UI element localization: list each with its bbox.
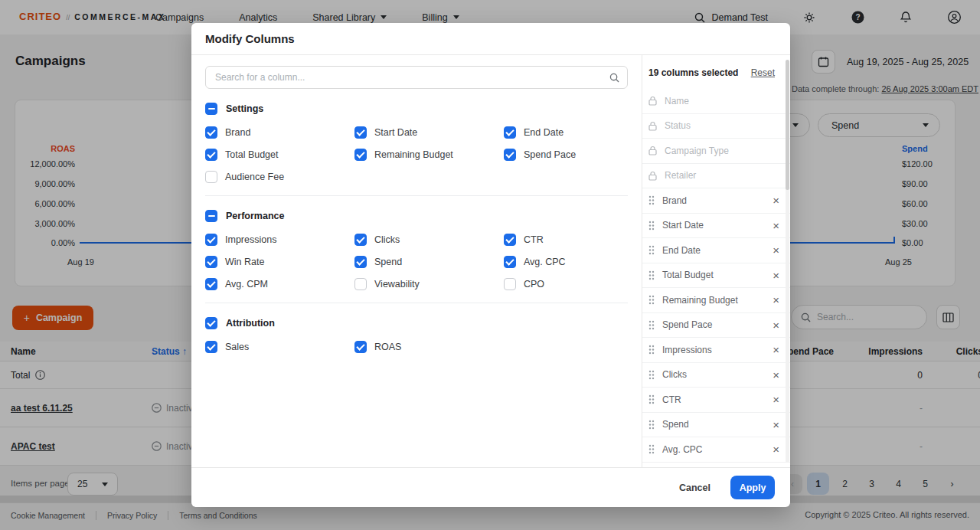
- panel-scrollbar[interactable]: [786, 60, 789, 463]
- drag-handle-icon[interactable]: [648, 295, 655, 305]
- column-option-spend[interactable]: Spend: [354, 256, 504, 268]
- checkbox[interactable]: [205, 341, 217, 353]
- checkbox[interactable]: [354, 149, 367, 161]
- column-option-total-budget[interactable]: Total Budget: [205, 149, 354, 161]
- ordered-column-row[interactable]: CTR×: [642, 388, 790, 413]
- cancel-button[interactable]: Cancel: [679, 483, 710, 493]
- modal-title: Modify Columns: [205, 32, 295, 45]
- column-option-sales[interactable]: Sales: [205, 341, 354, 353]
- search-icon: [609, 73, 619, 83]
- checkbox[interactable]: [504, 126, 516, 139]
- remove-column-icon[interactable]: ×: [773, 244, 779, 256]
- column-option-cpo[interactable]: CPO: [504, 278, 628, 290]
- group-checkbox[interactable]: [205, 317, 217, 329]
- remove-column-icon[interactable]: ×: [773, 270, 779, 281]
- ordered-column-row[interactable]: Clicks×: [642, 363, 790, 388]
- ordered-column-row[interactable]: Impressions×: [642, 338, 790, 363]
- locked-column-row: Name: [642, 89, 790, 114]
- lock-icon: [648, 96, 657, 106]
- drag-handle-icon[interactable]: [648, 345, 655, 355]
- drag-handle-icon[interactable]: [648, 245, 655, 255]
- remove-column-icon[interactable]: ×: [773, 419, 779, 430]
- drag-handle-icon[interactable]: [648, 270, 655, 280]
- column-option-clicks[interactable]: Clicks: [354, 234, 504, 246]
- column-option-viewability[interactable]: Viewability: [354, 278, 504, 290]
- checkbox[interactable]: [205, 126, 217, 139]
- checkbox[interactable]: [504, 278, 516, 290]
- modal-header: Modify Columns: [191, 23, 790, 55]
- checkbox[interactable]: [205, 171, 217, 183]
- locked-column-row: Retailer: [642, 164, 790, 189]
- remove-column-icon[interactable]: ×: [773, 369, 779, 381]
- checkbox[interactable]: [354, 234, 367, 246]
- remove-column-icon[interactable]: ×: [773, 294, 779, 306]
- remove-column-icon[interactable]: ×: [773, 319, 779, 331]
- checkbox[interactable]: [354, 278, 367, 290]
- checkbox[interactable]: [354, 256, 367, 268]
- group-checkbox[interactable]: [205, 210, 217, 222]
- remove-column-icon[interactable]: ×: [773, 195, 779, 206]
- drag-handle-icon[interactable]: [648, 394, 655, 404]
- ordered-column-row[interactable]: End Date×: [642, 238, 790, 263]
- ordered-column-row[interactable]: Brand×: [642, 188, 790, 214]
- locked-column-row: Campaign Type: [642, 139, 790, 164]
- reset-link[interactable]: Reset: [751, 67, 775, 78]
- remove-column-icon[interactable]: ×: [773, 443, 779, 455]
- checkbox[interactable]: [205, 278, 217, 290]
- checkbox[interactable]: [205, 149, 217, 161]
- screen: CRITEO // COMMERCE-MAX Campaigns Analyti…: [0, 0, 980, 530]
- column-option-roas[interactable]: ROAS: [354, 341, 504, 353]
- column-option-brand[interactable]: Brand: [205, 126, 354, 139]
- column-option-end-date[interactable]: End Date: [504, 126, 628, 139]
- checkbox[interactable]: [354, 126, 367, 139]
- drag-handle-icon[interactable]: [648, 370, 655, 380]
- remove-column-icon[interactable]: ×: [773, 220, 779, 231]
- ordered-column-row[interactable]: Start Date×: [642, 214, 790, 239]
- apply-button[interactable]: Apply: [730, 476, 775, 499]
- modify-columns-modal: Modify Columns Search for a column... Se…: [191, 23, 790, 507]
- group-checkbox[interactable]: [205, 103, 217, 115]
- ordered-column-row[interactable]: Spend×: [642, 413, 790, 438]
- column-option-avg-cpc[interactable]: Avg. CPC: [504, 256, 628, 268]
- group-performance[interactable]: Performance: [205, 210, 628, 222]
- column-option-win-rate[interactable]: Win Rate: [205, 256, 354, 268]
- selected-count: 19 columns selected: [648, 67, 738, 78]
- drag-handle-icon[interactable]: [648, 320, 655, 330]
- checkbox[interactable]: [205, 256, 217, 268]
- remove-column-icon[interactable]: ×: [773, 344, 779, 355]
- column-option-ctr[interactable]: CTR: [504, 234, 628, 246]
- divider: [205, 303, 628, 303]
- group-settings[interactable]: Settings: [205, 103, 628, 115]
- column-option-avg-cpm[interactable]: Avg. CPM: [205, 278, 354, 290]
- drag-handle-icon[interactable]: [648, 420, 655, 430]
- column-option-spend-pace[interactable]: Spend Pace: [504, 149, 628, 161]
- locked-column-row: Status: [642, 114, 790, 139]
- column-option-remaining-budget[interactable]: Remaining Budget: [354, 149, 504, 161]
- drag-handle-icon[interactable]: [648, 195, 655, 205]
- column-option-audience-fee[interactable]: Audience Fee: [205, 171, 354, 183]
- checkbox[interactable]: [504, 234, 516, 246]
- ordered-column-row[interactable]: Total Budget×: [642, 263, 790, 289]
- lock-icon: [648, 121, 657, 131]
- checkbox[interactable]: [504, 256, 516, 268]
- column-option-impressions[interactable]: Impressions: [205, 234, 354, 246]
- ordered-column-row[interactable]: Remaining Budget×: [642, 288, 790, 313]
- column-option-start-date[interactable]: Start Date: [354, 126, 504, 139]
- remove-column-icon[interactable]: ×: [773, 394, 779, 405]
- drag-handle-icon[interactable]: [648, 444, 655, 454]
- ordered-column-row[interactable]: Spend Pace×: [642, 313, 790, 339]
- modal-footer: Cancel Apply: [191, 467, 790, 507]
- checkbox[interactable]: [504, 149, 516, 161]
- lock-icon: [648, 146, 657, 155]
- divider: [205, 195, 628, 196]
- checkbox[interactable]: [205, 234, 217, 246]
- drag-handle-icon[interactable]: [648, 221, 655, 231]
- selected-columns-panel: 19 columns selected Reset Name Status Ca…: [642, 55, 790, 467]
- checkbox[interactable]: [354, 341, 367, 353]
- modal-column-picker: Search for a column... Settings Brand St…: [191, 55, 642, 467]
- lock-icon: [648, 171, 657, 181]
- ordered-column-row[interactable]: Avg. CPC×: [642, 437, 790, 463]
- column-search-input[interactable]: Search for a column...: [205, 66, 628, 89]
- group-attribution[interactable]: Attribution: [205, 317, 628, 329]
